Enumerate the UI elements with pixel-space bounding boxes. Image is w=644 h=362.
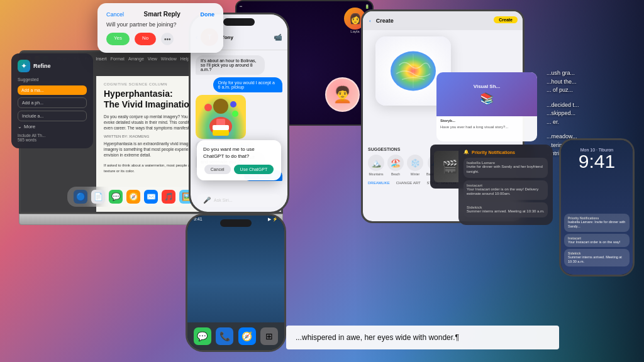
- lock-notif-text-2: Your Instacart order is on the way!: [568, 240, 626, 244]
- notif-text-1: Invite for dinner with Sandy and her boy…: [467, 165, 545, 175]
- bell-icon: 🔔: [464, 150, 469, 155]
- menu-insert[interactable]: Insert: [96, 57, 107, 61]
- openai-icon: ✦: [18, 60, 30, 72]
- video-call-icon[interactable]: 📹: [274, 33, 282, 41]
- bottom-text-passage: ...whispered in awe, her eyes wide with …: [286, 326, 559, 349]
- dock-safari[interactable]: 🧭: [238, 327, 256, 345]
- chatgpt-dialog: Do you want me to use ChatGPT to do that…: [197, 140, 281, 180]
- smart-reply-question: Will your partner be joining?: [106, 21, 214, 28]
- add-material-btn[interactable]: Add a ma...: [18, 85, 87, 95]
- brain-svg: [385, 43, 441, 99]
- chip-winter[interactable]: ❄️ Winter: [407, 155, 423, 176]
- smart-reply-yes-btn[interactable]: Yes: [106, 33, 130, 45]
- chatgpt-use-btn[interactable]: Use ChatGPT: [234, 165, 274, 174]
- dock-icon-safari[interactable]: 🧭: [126, 190, 140, 204]
- status-time: 9:41: [194, 217, 203, 222]
- suggested-label: Suggested: [18, 77, 87, 82]
- notif-item-1: Isabella Lamare Invite for dinner with S…: [464, 158, 548, 178]
- story-desc-text: Have you ever had a long visual story?..…: [440, 125, 533, 130]
- menu-help[interactable]: Help: [180, 57, 189, 61]
- dock-icon-messages[interactable]: 💬: [109, 190, 123, 204]
- smart-reply-title: Smart Reply: [144, 11, 180, 18]
- right-text-3: ... of puz...: [547, 86, 638, 95]
- right-text-2: ...hout the...: [547, 78, 638, 87]
- right-text-1: ...ush gra...: [547, 69, 638, 78]
- dock-icon-music[interactable]: 🎵: [162, 190, 175, 204]
- smart-reply-no-btn[interactable]: No: [135, 33, 156, 45]
- dark-status-right: 🔋: [365, 4, 369, 9]
- incoming-msg-1: It's about an hour to Bolinas, so I'll p…: [196, 55, 265, 75]
- notif-text-3: Summer interns arrived. Meeting at 10:30…: [467, 209, 545, 214]
- lock-notif-3: Sidekick Summer interns arrived. Meeting…: [564, 249, 630, 266]
- svg-point-4: [230, 101, 236, 107]
- siri-text: Ask Siri...: [214, 198, 233, 202]
- dock-messages[interactable]: 💬: [194, 327, 211, 345]
- menu-view[interactable]: View: [148, 57, 157, 61]
- mountains-icon: 🏔️: [368, 155, 384, 171]
- smart-reply-panel: Cancel Smart Reply Done Will your partne…: [97, 3, 223, 53]
- notif-item-2: Instacart Your Instacart order is on the…: [464, 180, 548, 200]
- svg-point-0: [213, 99, 228, 114]
- smart-reply-done-btn[interactable]: Done: [201, 11, 215, 18]
- chatgpt-cancel-btn[interactable]: Cancel: [204, 165, 231, 174]
- iphone-lock-screen: Mon 10 · Tiburon 9:41 Priority Notificat…: [559, 138, 635, 277]
- story-icon: 📚: [474, 92, 501, 106]
- svg-point-3: [204, 104, 212, 111]
- refine-logo-area: ✦ Refine: [18, 60, 87, 72]
- menu-arrange[interactable]: Arrange: [128, 57, 144, 61]
- refine-panel: ✦ Refine Suggested Add a ma... Add a ph.…: [11, 53, 93, 148]
- refine-footer: Include All Th...585 words: [18, 133, 87, 142]
- dock-icon-mail[interactable]: ✉️: [144, 190, 158, 204]
- home-notch: [220, 219, 252, 227]
- dock-icon-pages[interactable]: 📄: [91, 190, 105, 204]
- winter-icon: ❄️: [407, 155, 423, 171]
- svg-point-5: [232, 111, 238, 117]
- more-label: More: [24, 124, 35, 129]
- priority-notif-label: Priority Notifications: [472, 150, 515, 155]
- chatgpt-buttons: Cancel Use ChatGPT: [203, 165, 275, 174]
- passage-text: ...whispered in awe, her eyes wide with …: [296, 333, 459, 342]
- add-photo-btn[interactable]: Add a ph...: [18, 97, 87, 108]
- notifications-header: 🔔 Priority Notifications: [464, 150, 548, 155]
- change-art-option[interactable]: CHANGE ART: [396, 181, 421, 185]
- lock-time: 9:41: [561, 152, 633, 171]
- ipad-back-icon[interactable]: ‹: [369, 18, 371, 24]
- more-button[interactable]: ⌄ More: [18, 124, 87, 129]
- birthday-image: [196, 95, 246, 139]
- chip-mountains[interactable]: 🏔️ Mountains: [368, 155, 384, 176]
- smart-reply-more-btn[interactable]: •••: [161, 33, 174, 45]
- smart-reply-options: Yes No •••: [106, 33, 214, 45]
- beach-label: Beach: [391, 172, 400, 176]
- lock-notif-text-1: Isabella Lamare: Invite for dinner with …: [568, 220, 626, 229]
- smart-reply-header: Cancel Smart Reply Done: [106, 11, 214, 18]
- ipad-title: Create: [376, 18, 394, 24]
- smart-reply-cancel-btn[interactable]: Cancel: [106, 11, 124, 18]
- create-button[interactable]: Create: [494, 16, 518, 23]
- lock-screen-content: Mon 10 · Tiburon 9:41 Priority Notificat…: [561, 140, 633, 275]
- iphone-notch: [223, 18, 255, 26]
- visual-story-label: Visual Sh...: [474, 84, 501, 89]
- iphone-dock: 💬 📞 🧭 ⊞: [187, 322, 284, 350]
- include-btn[interactable]: Include a...: [18, 111, 87, 121]
- visual-story-panel: Visual Sh... 📚 Storyb... Have you ever h…: [436, 72, 537, 141]
- chip-beach[interactable]: 🏖️ Beach: [387, 155, 404, 176]
- dreamlike-option[interactable]: DREAMLIKE: [368, 181, 390, 185]
- siri-bar[interactable]: 🎤 Ask Siri...: [197, 194, 281, 207]
- dark-status-left: ••: [240, 4, 242, 9]
- notif-item-3: Sidekick Summer interns arrived. Meeting…: [464, 202, 548, 217]
- right-text-4: ...decided t...: [547, 101, 638, 110]
- right-text-6: ... er.: [547, 118, 638, 127]
- dark-status-bar: •• 🔋: [240, 4, 369, 9]
- right-text-5: ...skipped...: [547, 109, 638, 118]
- menu-format[interactable]: Format: [111, 57, 125, 61]
- dock-icon-finder[interactable]: 🔵: [74, 190, 87, 204]
- lock-notif-2: Instacart Your Instacart order is on the…: [564, 234, 630, 247]
- iphone-home-screen: 9:41 ▶ ⚡ MON 10 9:41 📹 FaceTime 📅 Calend…: [187, 216, 284, 350]
- chevron-down-icon: ⌄: [18, 124, 22, 129]
- menu-window[interactable]: Window: [161, 57, 177, 61]
- dock-apps[interactable]: ⊞: [260, 327, 278, 345]
- notifications-panel: 🔔 Priority Notifications Isabella Lamare…: [458, 145, 553, 225]
- dock-phone[interactable]: 📞: [216, 327, 233, 345]
- beach-icon: 🏖️: [387, 155, 404, 171]
- 3d-avatar: 🧑‍🦱: [325, 77, 360, 112]
